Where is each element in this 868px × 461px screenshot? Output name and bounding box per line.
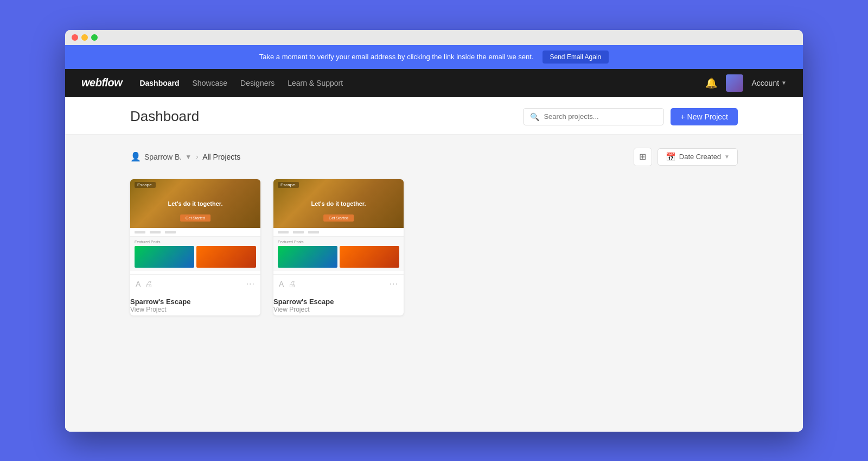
- nav-showcase[interactable]: Showcase: [193, 79, 228, 87]
- nav-item: [135, 231, 145, 233]
- card-icons: A 🖨: [136, 280, 152, 288]
- nav-item: [293, 231, 304, 233]
- search-icon: 🔍: [530, 112, 539, 121]
- featured-images: [135, 246, 256, 268]
- card-title: Sparrow's Escape: [130, 298, 260, 306]
- new-project-button[interactable]: + New Project: [671, 108, 738, 125]
- avatar-image: [726, 74, 743, 92]
- header-right: 🔍 + New Project: [523, 108, 738, 125]
- browser-window: Take a moment to verify your email addre…: [65, 30, 803, 432]
- nav-designers[interactable]: Designers: [240, 79, 275, 87]
- close-button[interactable]: [72, 34, 78, 41]
- card-footer: A 🖨 ···: [130, 274, 260, 293]
- text-icon: A: [279, 280, 284, 288]
- hero-text: Let's do it together.: [168, 200, 222, 207]
- preview-nav: [273, 228, 404, 237]
- featured-label: Featured Posts: [278, 240, 399, 244]
- featured-image-2: [196, 246, 256, 268]
- titlebar: [65, 30, 803, 45]
- nav-item: [278, 231, 289, 233]
- avatar: [726, 74, 743, 92]
- card-subtitle[interactable]: View Project: [130, 306, 260, 313]
- card-subtitle[interactable]: View Project: [273, 306, 404, 313]
- preview-hero: Escape. Let's do it together. Get Starte…: [273, 179, 404, 228]
- projects-toolbar: 👤 Sparrow B. ▼ › All Projects ⊞ 📅 Date C…: [130, 148, 738, 166]
- account-menu[interactable]: Account ▼: [752, 79, 787, 87]
- card-icons: A 🖨: [279, 280, 296, 288]
- featured-images: [278, 246, 399, 268]
- preview-featured: Featured Posts: [273, 237, 404, 271]
- card-footer: A 🖨 ···: [273, 274, 404, 293]
- nav-links: Dashboard Showcase Designers Learn & Sup…: [139, 79, 705, 87]
- breadcrumb-separator: ›: [196, 153, 198, 161]
- add-team-icon: ⊞: [639, 151, 646, 162]
- publish-icon: 🖨: [145, 280, 152, 288]
- cta-button: Get Started: [180, 214, 210, 222]
- more-options-icon[interactable]: ···: [246, 279, 255, 289]
- user-dropdown-icon: ▼: [185, 153, 192, 161]
- featured-image-1: [278, 246, 337, 268]
- preview-nav: [130, 228, 260, 237]
- card-preview: Escape. Let's do it together. Get Starte…: [273, 179, 404, 274]
- text-icon: A: [136, 280, 141, 288]
- preview-featured: Featured Posts: [130, 237, 260, 271]
- nav-learn-support[interactable]: Learn & Support: [288, 79, 343, 87]
- chevron-down-icon: ▼: [781, 80, 787, 86]
- nav-item: [150, 231, 161, 233]
- card-title: Sparrow's Escape: [273, 298, 404, 306]
- more-options-icon[interactable]: ···: [390, 279, 398, 289]
- breadcrumb-user[interactable]: 👤 Sparrow B. ▼: [130, 151, 192, 162]
- project-card[interactable]: Escape. Let's do it together. Get Starte…: [273, 179, 404, 315]
- notification-bar: Take a moment to verify your email addre…: [65, 45, 803, 69]
- card-preview: Escape. Let's do it together. Get Starte…: [130, 179, 260, 274]
- card-info: Sparrow's Escape View Project: [273, 293, 404, 315]
- nav-dashboard[interactable]: Dashboard: [139, 79, 179, 87]
- publish-icon: 🖨: [288, 280, 296, 288]
- sort-button[interactable]: 📅 Date Created ▼: [658, 148, 738, 166]
- bell-icon[interactable]: 🔔: [705, 77, 717, 89]
- featured-image-1: [135, 246, 194, 268]
- nav-item: [165, 231, 176, 233]
- search-input[interactable]: [544, 112, 657, 121]
- projects-area: 👤 Sparrow B. ▼ › All Projects ⊞ 📅 Date C…: [65, 135, 803, 432]
- calendar-icon: 📅: [666, 152, 676, 162]
- navbar: webflow Dashboard Showcase Designers Lea…: [65, 69, 803, 97]
- user-icon: 👤: [130, 151, 141, 162]
- breadcrumb: 👤 Sparrow B. ▼ › All Projects: [130, 151, 240, 162]
- notification-text: Take a moment to verify your email addre…: [259, 53, 534, 61]
- breadcrumb-user-label: Sparrow B.: [144, 153, 182, 161]
- escape-label: Escape.: [135, 182, 156, 188]
- hero-text: Let's do it together.: [311, 200, 366, 207]
- projects-grid: Escape. Let's do it together. Get Starte…: [130, 179, 738, 315]
- add-team-button[interactable]: ⊞: [634, 148, 652, 166]
- maximize-button[interactable]: [91, 34, 98, 41]
- project-card[interactable]: Escape. Let's do it together. Get Starte…: [130, 179, 260, 315]
- breadcrumb-current: All Projects: [202, 153, 240, 161]
- page-title: Dashboard: [130, 108, 199, 125]
- dashboard-header: Dashboard 🔍 + New Project: [65, 97, 803, 135]
- logo: webflow: [81, 77, 122, 89]
- sort-chevron-icon: ▼: [724, 154, 730, 160]
- minimize-button[interactable]: [81, 34, 88, 41]
- sort-label: Date Created: [679, 153, 721, 161]
- featured-image-2: [340, 246, 399, 268]
- nav-right: 🔔 Account ▼: [705, 74, 787, 92]
- nav-item: [308, 231, 319, 233]
- main-content: Dashboard 🔍 + New Project 👤 Sparrow B. ▼: [65, 97, 803, 432]
- send-email-again-button[interactable]: Send Email Again: [542, 50, 609, 64]
- preview-hero: Escape. Let's do it together. Get Starte…: [130, 179, 260, 228]
- toolbar-right: ⊞ 📅 Date Created ▼: [634, 148, 738, 166]
- cta-button: Get Started: [323, 214, 354, 222]
- card-info: Sparrow's Escape View Project: [130, 293, 260, 315]
- search-box: 🔍: [523, 108, 664, 125]
- featured-label: Featured Posts: [135, 240, 256, 244]
- escape-label: Escape.: [278, 182, 299, 188]
- account-label-text: Account: [752, 79, 780, 87]
